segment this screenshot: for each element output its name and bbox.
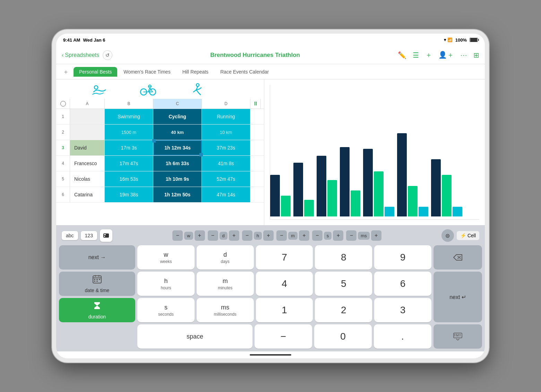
key-s[interactable]: s seconds xyxy=(137,298,195,322)
next-enter-button[interactable]: next ↵ xyxy=(433,272,482,322)
cell-3c[interactable]: 1h 12m 34s xyxy=(153,140,202,155)
cell-1b[interactable]: Swimming xyxy=(105,109,153,124)
dur-minus-h[interactable]: − xyxy=(242,230,252,241)
cell-4c[interactable]: 1h 6m 33s xyxy=(153,156,202,171)
svg-rect-16 xyxy=(96,281,98,282)
back-button[interactable]: ‹ Spreadsheets xyxy=(62,52,99,58)
key-m[interactable]: m minutes xyxy=(197,272,254,296)
chart-group-1 xyxy=(270,175,291,216)
key-h[interactable]: h hours xyxy=(137,272,195,296)
key-3[interactable]: 3 xyxy=(374,298,431,322)
back-chevron: ‹ xyxy=(62,52,63,58)
tab-hill-repeats[interactable]: Hill Repeats xyxy=(177,67,214,77)
cell-2b[interactable]: 1500 m xyxy=(105,125,153,140)
key-0[interactable]: 0 xyxy=(314,324,372,349)
col-header-a[interactable]: A xyxy=(70,99,105,109)
key-6[interactable]: 6 xyxy=(374,272,431,296)
mode-abc-button[interactable]: abc xyxy=(62,231,78,240)
key-d[interactable]: d days xyxy=(197,245,254,270)
key-8[interactable]: 8 xyxy=(315,245,372,270)
cell-6c[interactable]: 1h 12m 50s xyxy=(153,187,202,202)
cell-2a[interactable] xyxy=(70,125,105,140)
cell-2c[interactable]: 40 km xyxy=(153,125,202,140)
dur-minus-m[interactable]: − xyxy=(276,230,287,241)
duration-button[interactable]: duration xyxy=(59,298,135,322)
dur-plus-m[interactable]: + xyxy=(299,230,309,241)
dur-minus-s[interactable]: − xyxy=(312,230,323,241)
col-header-b[interactable]: B xyxy=(105,99,153,109)
key-2[interactable]: 2 xyxy=(315,298,372,322)
cell-6b[interactable]: 19m 38s xyxy=(105,187,153,202)
dur-plus-w[interactable]: + xyxy=(195,230,205,241)
duration-mode-icon-button[interactable] xyxy=(100,229,112,242)
tab-personal-bests[interactable]: Personal Bests xyxy=(74,67,117,77)
more-icon[interactable]: ⋯ xyxy=(460,51,467,59)
cell-button[interactable]: ⚡ Cell xyxy=(457,231,479,240)
cell-3a[interactable]: David xyxy=(70,140,105,155)
key-minus[interactable]: − xyxy=(255,324,312,349)
circle-indicator xyxy=(60,101,66,106)
grid-icon[interactable]: ⊞ xyxy=(473,51,479,59)
cell-4b[interactable]: 17m 47s xyxy=(105,156,153,171)
wifi-icon: ▾ 📶 xyxy=(444,37,452,42)
cell-2d[interactable]: 10 km xyxy=(202,125,250,140)
dur-label-ms: ms xyxy=(358,232,369,240)
svg-rect-21 xyxy=(460,334,461,335)
pen-icon[interactable]: ✏️ xyxy=(398,51,406,59)
list-icon[interactable]: ☰ xyxy=(413,51,419,59)
dur-minus-d[interactable]: − xyxy=(208,230,218,241)
cell-5a[interactable]: Nicolas xyxy=(70,171,105,187)
dur-plus-s[interactable]: + xyxy=(333,230,343,241)
backspace-button[interactable] xyxy=(433,245,482,270)
cell-5b[interactable]: 16m 53s xyxy=(105,171,153,187)
key-space[interactable]: space xyxy=(137,324,252,349)
person-add-icon[interactable]: 👤＋ xyxy=(438,50,454,60)
row-num-5: 5 xyxy=(56,171,70,187)
toolbar-title: Brentwood Hurricanes Triathlon xyxy=(118,52,392,59)
key-w[interactable]: w weeks xyxy=(137,245,195,270)
tab-add-button[interactable]: ＋ xyxy=(60,66,71,77)
cell-5c[interactable]: 1h 10m 9s xyxy=(153,171,202,187)
key-9[interactable]: 9 xyxy=(374,245,431,270)
col-header-c[interactable]: C xyxy=(153,99,202,109)
dur-plus-d[interactable]: + xyxy=(229,230,239,241)
cell-1a[interactable] xyxy=(70,109,105,124)
mode-123-button[interactable]: 123 xyxy=(81,231,97,240)
cell-3b[interactable]: 17m 3s xyxy=(105,140,153,155)
keyboard-row-3: s seconds ms milliseconds 1 2 xyxy=(137,298,431,322)
dur-minus-ms[interactable]: − xyxy=(346,230,357,241)
cell-6d[interactable]: 47m 14s xyxy=(202,187,250,202)
dur-minus-w[interactable]: − xyxy=(172,230,183,241)
tab-womens-race-times[interactable]: Women's Race Times xyxy=(118,67,176,77)
toolbar-left: ‹ Spreadsheets ↺ xyxy=(62,50,112,60)
formula-button[interactable]: ⊜ xyxy=(441,229,454,242)
cell-1d[interactable]: Running xyxy=(202,109,250,124)
key-1[interactable]: 1 xyxy=(256,298,313,322)
key-5[interactable]: 5 xyxy=(315,272,372,296)
undo-button[interactable]: ↺ xyxy=(103,50,112,60)
add-icon[interactable]: ＋ xyxy=(425,50,432,60)
battery-icon xyxy=(470,38,478,42)
bar-green-6 xyxy=(408,186,418,216)
cell-3d[interactable]: 37m 23s xyxy=(202,140,250,155)
key-7[interactable]: 7 xyxy=(256,245,313,270)
key-minus-main: − xyxy=(281,331,286,342)
dur-plus-ms[interactable]: + xyxy=(371,230,381,241)
date-time-button[interactable]: date & time xyxy=(59,272,135,296)
key-h-sub: hours xyxy=(161,286,171,290)
dur-plus-h[interactable]: + xyxy=(263,230,274,241)
cell-6a[interactable]: Catarina xyxy=(70,187,105,202)
cell-label: Cell xyxy=(467,233,476,238)
key-dot[interactable]: . xyxy=(374,324,431,349)
tab-race-events-calendar[interactable]: Race Events Calendar xyxy=(215,67,274,77)
key-4[interactable]: 4 xyxy=(256,272,313,296)
cell-4a[interactable]: Francesco xyxy=(70,156,105,171)
keyboard-hide-button[interactable] xyxy=(433,324,482,349)
key-ms[interactable]: ms milliseconds xyxy=(197,298,254,322)
next-button[interactable]: next → xyxy=(59,245,135,270)
svg-rect-24 xyxy=(460,335,461,336)
cell-4d[interactable]: 41m 8s xyxy=(202,156,250,171)
cell-1c[interactable]: Cycling xyxy=(153,109,202,124)
col-header-d[interactable]: D xyxy=(202,99,250,109)
cell-5d[interactable]: 52m 47s xyxy=(202,171,250,187)
